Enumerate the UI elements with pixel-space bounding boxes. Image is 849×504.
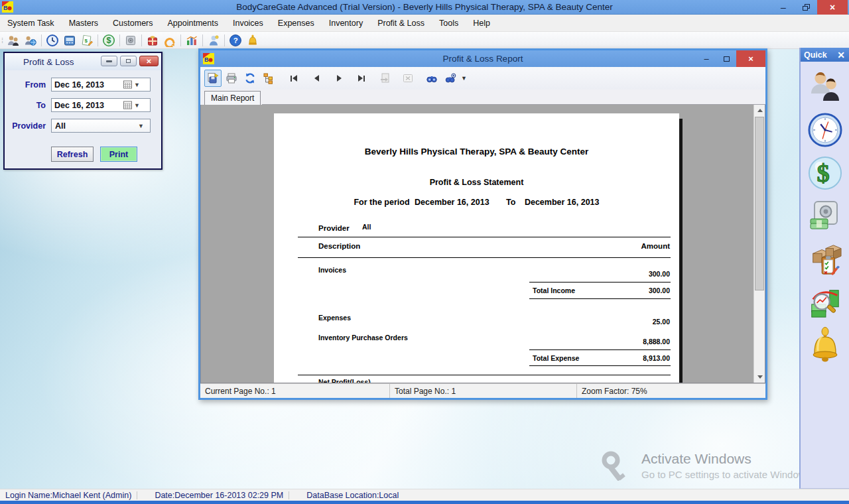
last-page-icon[interactable] <box>353 70 370 87</box>
menu-tools[interactable]: Tools <box>432 19 466 28</box>
previous-page-icon[interactable] <box>308 70 325 87</box>
provider-dropdown-icon: ▼ <box>138 123 144 129</box>
appointments-clock-icon[interactable] <box>44 33 61 48</box>
provider-value: All <box>55 121 66 131</box>
to-date-input[interactable] <box>52 101 123 110</box>
to-date-field[interactable]: ▼ <box>51 98 151 112</box>
quick-panel-close-icon[interactable]: ✕ <box>837 50 845 60</box>
masters-icon[interactable] <box>22 33 39 48</box>
window-title: BodyCareGate Advanced (Trial Version) - … <box>0 2 849 12</box>
report-period-line: For the period December 16, 2013 To Dece… <box>274 198 679 207</box>
provider-select[interactable]: All ▼ <box>51 119 151 133</box>
to-date-dropdown-icon[interactable]: ▼ <box>134 102 140 109</box>
calendar-picker-icon[interactable] <box>123 80 132 89</box>
menu-help[interactable]: Help <box>466 19 497 28</box>
refresh-icon[interactable] <box>241 70 259 87</box>
quick-customers-icon[interactable] <box>808 70 842 104</box>
quick-reminders-bell-icon[interactable] <box>808 328 842 363</box>
rule <box>298 237 671 237</box>
restore-button[interactable] <box>795 0 817 15</box>
reports-chart-icon[interactable] <box>183 33 200 48</box>
close-view-icon[interactable] <box>399 70 417 87</box>
goto-page-icon[interactable] <box>377 70 394 87</box>
menu-appointments[interactable]: Appointments <box>161 19 226 28</box>
col-amount: Amount <box>641 242 670 250</box>
current-page-status: Current Page No.: 1 <box>200 384 390 398</box>
quick-profit-loss-analysis-icon[interactable] <box>808 285 842 320</box>
report-minimize-button[interactable]: – <box>696 50 716 67</box>
page-shadow <box>679 119 683 383</box>
report-maximize-button[interactable] <box>716 50 736 67</box>
reminder-bell-icon[interactable] <box>244 33 261 48</box>
main-toolbar: ⁞ $ $ <box>0 32 849 49</box>
menu-system-task[interactable]: System Task <box>0 19 62 28</box>
zoom-dropdown-icon[interactable]: ▼ <box>461 75 467 82</box>
minimize-button[interactable]: – <box>772 0 795 15</box>
menu-inventory[interactable]: Inventory <box>322 19 370 28</box>
report-close-button[interactable]: × <box>736 50 765 67</box>
next-page-icon[interactable] <box>330 70 348 87</box>
first-page-icon[interactable] <box>285 70 302 87</box>
payments-dollar-icon[interactable]: $ <box>100 33 117 48</box>
scroll-down-icon[interactable] <box>754 371 765 383</box>
rule <box>298 257 671 258</box>
toolbar-separator <box>202 34 203 46</box>
rule <box>529 349 671 350</box>
expenses-safe-icon[interactable] <box>122 33 139 48</box>
print-button[interactable]: Print <box>100 147 137 162</box>
quick-payments-dollar-icon[interactable]: $ <box>808 156 842 190</box>
menu-masters[interactable]: Masters <box>62 19 105 28</box>
report-statement-title: Profit & Loss Statement <box>274 178 679 187</box>
group-tree-icon[interactable] <box>260 70 277 87</box>
close-button[interactable]: × <box>817 0 848 15</box>
report-window: Bo Profit & Loss Report – × <box>198 48 767 400</box>
quick-expenses-safe-icon[interactable] <box>808 199 842 233</box>
status-login: Login Name:Michael Kent (Admin) <box>0 491 137 500</box>
calendar-picker-icon[interactable] <box>123 101 132 109</box>
status-date: Date:December 16-2013 02:29 PM <box>149 491 289 500</box>
scroll-up-icon[interactable] <box>754 105 765 116</box>
svg-text:?: ? <box>233 36 238 44</box>
quick-inventory-boxes-icon[interactable] <box>808 242 842 277</box>
dialog-minimize-button[interactable] <box>101 56 117 66</box>
zoom-factor-status: Zoom Factor: 75% <box>577 384 765 398</box>
provider-label: Provider <box>5 121 51 131</box>
dialog-title: Profit & Loss <box>23 57 74 67</box>
scrollbar-thumb[interactable] <box>755 117 764 290</box>
quick-appointments-clock-icon[interactable] <box>808 113 842 147</box>
row-amount: 25.00 <box>653 318 670 326</box>
menu-expenses[interactable]: Expenses <box>271 19 322 28</box>
export-icon[interactable] <box>204 70 222 87</box>
report-page: Beverly Hills Physical Therapy, SPA & Be… <box>274 113 679 383</box>
invoice-icon[interactable]: $ <box>78 33 96 48</box>
from-date-dropdown-icon[interactable]: ▼ <box>134 82 140 88</box>
row-label: Expenses <box>318 314 351 322</box>
dialog-close-button[interactable]: ✕ <box>139 56 159 66</box>
menu-invoices[interactable]: Invoices <box>226 19 271 28</box>
help-icon[interactable]: ? <box>227 33 244 48</box>
backup-user-icon[interactable] <box>205 33 222 48</box>
from-label: From <box>5 80 51 90</box>
from-date-input[interactable] <box>52 80 123 90</box>
net-profit-label: Net Profit(Loss) <box>318 378 371 383</box>
find-icon[interactable] <box>423 70 440 87</box>
window-bottom-edge <box>0 501 849 504</box>
dialog-maximize-button[interactable] <box>120 56 137 66</box>
col-description: Description <box>318 242 360 250</box>
customers-icon[interactable] <box>5 33 22 48</box>
inventory-gift-icon[interactable] <box>144 33 161 48</box>
report-vertical-scrollbar[interactable] <box>753 105 765 383</box>
from-date-field[interactable]: ▼ <box>51 78 151 92</box>
menu-profit-loss[interactable]: Profit & Loss <box>370 19 432 28</box>
total-page-status: Total Page No.: 1 <box>390 384 577 398</box>
zoom-icon[interactable] <box>442 70 459 87</box>
svg-text:$: $ <box>106 36 111 45</box>
tab-main-report[interactable]: Main Report <box>204 91 261 105</box>
menu-customers[interactable]: Customers <box>105 19 160 28</box>
rule <box>529 282 671 283</box>
report-view-area: Beverly Hills Physical Therapy, SPA & Be… <box>200 105 765 383</box>
calendar-icon[interactable] <box>61 33 78 48</box>
refresh-button[interactable]: Refresh <box>51 147 94 162</box>
undo-arrow-icon[interactable] <box>161 33 178 48</box>
print-icon[interactable] <box>223 70 240 87</box>
